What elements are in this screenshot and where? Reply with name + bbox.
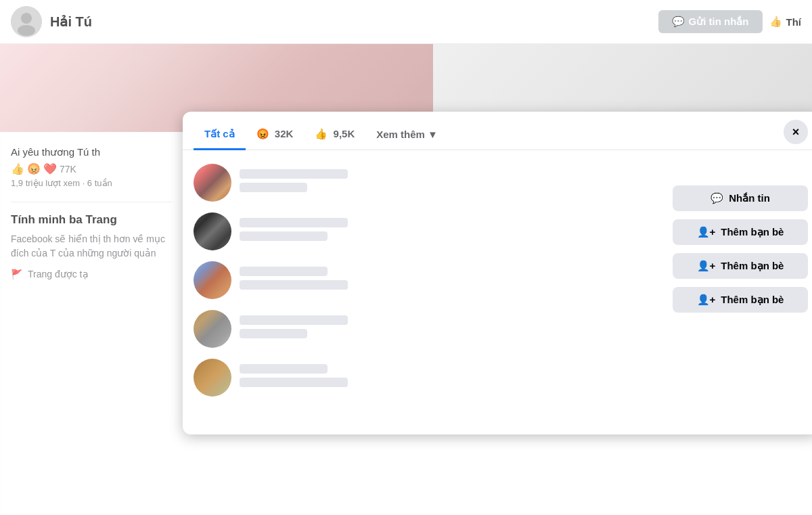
add-friend-icon-3: 👤+	[697, 294, 716, 306]
name-placeholder-2a	[240, 218, 348, 227]
avatar-image-4	[194, 310, 231, 348]
tab-tat-ca[interactable]: Tất cả	[194, 120, 246, 150]
name-placeholder-4b	[240, 329, 307, 338]
add-friend-icon-2: 👤+	[697, 260, 716, 272]
person-name-bar-2	[240, 218, 662, 245]
person-avatar-5	[194, 359, 231, 397]
person-avatar-2	[194, 212, 231, 250]
reactions-modal: Tất cả 😡 32K 👍 9,5K Xem thêm ▼ ×	[183, 112, 812, 434]
action-buttons-column: 💬 Nhắn tin 👤+ Thêm bạn bè 👤+ Thêm bạn bè…	[673, 158, 808, 426]
person-avatar-1	[194, 164, 231, 202]
name-placeholder-5b	[240, 378, 348, 387]
name-placeholder-3a	[240, 267, 328, 276]
modal-body: 💬 Nhắn tin 👤+ Thêm bạn bè 👤+ Thêm bạn bè…	[183, 150, 812, 434]
person-item	[194, 158, 662, 207]
person-item	[194, 207, 662, 256]
tab-xem-them[interactable]: Xem thêm ▼	[365, 120, 449, 150]
person-avatar-3	[194, 261, 231, 299]
name-placeholder-2b	[240, 231, 328, 241]
like-emoji: 👍	[315, 128, 328, 139]
person-name-bar-3	[240, 267, 662, 294]
angry-emoji: 😡	[256, 128, 269, 139]
tab-angry[interactable]: 😡 32K	[246, 120, 304, 150]
modal-header: Tất cả 😡 32K 👍 9,5K Xem thêm ▼ ×	[183, 112, 812, 150]
them-ban-be-button-1[interactable]: 👤+ Thêm bạn bè	[673, 219, 808, 245]
avatar-image-2	[194, 212, 231, 250]
chevron-down-icon: ▼	[428, 129, 438, 140]
name-placeholder-4a	[240, 315, 348, 325]
them-ban-be-button-2[interactable]: 👤+ Thêm bạn bè	[673, 253, 808, 279]
person-name-bar-1	[240, 169, 662, 196]
person-name-bar-5	[240, 364, 662, 391]
name-placeholder-5a	[240, 364, 328, 374]
nhan-tin-button[interactable]: 💬 Nhắn tin	[673, 185, 808, 211]
person-item	[194, 353, 662, 402]
person-item	[194, 305, 662, 353]
tab-like[interactable]: 👍 9,5K	[304, 120, 365, 150]
name-placeholder-1a	[240, 169, 348, 179]
person-avatar-4	[194, 310, 231, 348]
name-placeholder-3b	[240, 280, 348, 290]
them-ban-be-button-3[interactable]: 👤+ Thêm bạn bè	[673, 287, 808, 313]
avatar-image-5	[194, 359, 231, 397]
person-item	[194, 256, 662, 305]
avatar-image-3	[194, 261, 231, 299]
people-list	[194, 158, 662, 426]
add-friend-icon-1: 👤+	[697, 226, 716, 238]
person-name-bar-4	[240, 315, 662, 342]
messenger-icon-btn: 💬	[710, 192, 723, 204]
close-button[interactable]: ×	[784, 120, 808, 144]
name-placeholder-1b	[240, 183, 307, 192]
avatar-image-1	[194, 164, 231, 202]
